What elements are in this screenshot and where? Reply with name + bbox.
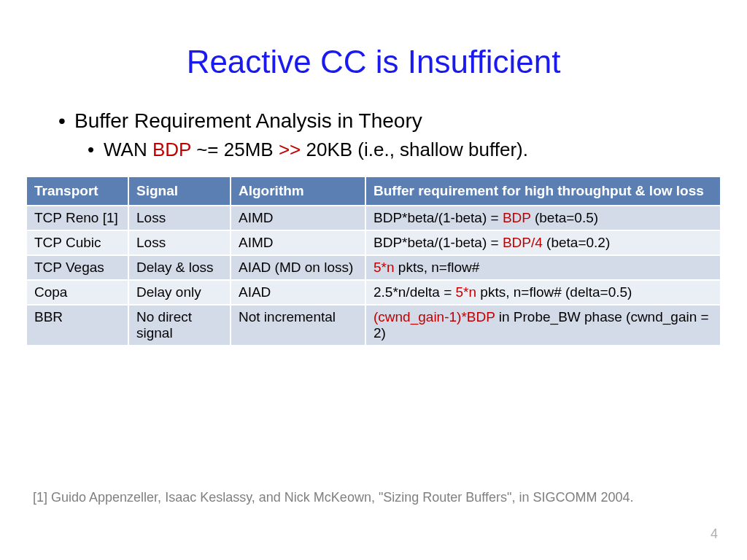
header-algorithm: Algorithm (231, 176, 365, 206)
text: (beta=0.5) (531, 210, 598, 225)
cell-bufreq: 2.5*n/delta = 5*n pkts, n=flow# (delta=0… (365, 280, 721, 305)
bullet-level1: Buffer Requirement Analysis in Theory (58, 109, 703, 133)
cell-algo: AIMD (231, 206, 365, 230)
page-number: 4 (711, 526, 718, 542)
text: BDP*beta/(1-beta) = (374, 210, 503, 225)
cell-algo: AIMD (231, 230, 365, 255)
cell-transport: TCP Cubic (26, 230, 128, 255)
text: pkts, n=flow# (delta=0.5) (476, 284, 632, 300)
cell-bufreq: BDP*beta/(1-beta) = BDP (beta=0.5) (365, 206, 721, 230)
slide-title: Reactive CC is Insufficient (0, 0, 747, 109)
content-area: Buffer Requirement Analysis in Theory WA… (0, 109, 747, 161)
cell-bufreq: BDP*beta/(1-beta) = BDP/4 (beta=0.2) (365, 230, 721, 255)
cell-algo: AIAD (MD on loss) (231, 255, 365, 280)
cell-transport: TCP Reno [1] (26, 206, 128, 230)
cell-algo: Not incremental (231, 305, 365, 346)
table-row: TCP Reno [1] Loss AIMD BDP*beta/(1-beta)… (26, 206, 721, 230)
cell-signal: Loss (128, 230, 231, 255)
text: 2.5*n/delta = (374, 284, 456, 300)
cell-algo: AIAD (231, 280, 365, 305)
table-header-row: Transport Signal Algorithm Buffer requir… (26, 176, 721, 206)
cell-transport: TCP Vegas (26, 255, 128, 280)
header-signal: Signal (128, 176, 231, 206)
header-bufreq: Buffer requirement for high throughput &… (365, 176, 721, 206)
text-highlight: BDP/4 (503, 235, 543, 250)
text: ~= 25MB (191, 139, 279, 160)
text: pkts, n=flow# (395, 260, 480, 275)
table-row: Copa Delay only AIAD 2.5*n/delta = 5*n p… (26, 280, 721, 305)
cell-signal: Delay & loss (128, 255, 231, 280)
text: WAN (104, 139, 152, 160)
cell-transport: BBR (26, 305, 128, 346)
text-highlight: BDP (503, 210, 531, 225)
text-highlight-gtgt: >> (279, 139, 301, 160)
footnote: [1] Guido Appenzeller, Isaac Keslassy, a… (33, 490, 714, 505)
text: (beta=0.2) (543, 235, 610, 250)
cell-transport: Copa (26, 280, 128, 305)
cell-signal: Loss (128, 206, 231, 230)
table-container: Transport Signal Algorithm Buffer requir… (0, 176, 747, 346)
bullet-level2: WAN BDP ~= 25MB >> 20KB (i.e., shallow b… (88, 139, 703, 161)
text: 20KB (i.e., shallow buffer). (301, 139, 528, 160)
header-transport: Transport (26, 176, 128, 206)
text-highlight: 5*n (374, 260, 395, 275)
cell-signal: No direct signal (128, 305, 231, 346)
text-highlight: 5*n (456, 284, 477, 300)
cell-bufreq: 5*n pkts, n=flow# (365, 255, 721, 280)
text: BDP*beta/(1-beta) = (374, 235, 503, 250)
cell-bufreq: (cwnd_gain-1)*BDP in Probe_BW phase (cwn… (365, 305, 721, 346)
table-row: TCP Cubic Loss AIMD BDP*beta/(1-beta) = … (26, 230, 721, 255)
buffer-requirements-table: Transport Signal Algorithm Buffer requir… (26, 176, 721, 346)
table-row: BBR No direct signal Not incremental (cw… (26, 305, 721, 346)
table-row: TCP Vegas Delay & loss AIAD (MD on loss)… (26, 255, 721, 280)
text-highlight-bdp: BDP (152, 139, 191, 160)
text-highlight: (cwnd_gain-1)*BDP (374, 309, 495, 324)
cell-signal: Delay only (128, 280, 231, 305)
